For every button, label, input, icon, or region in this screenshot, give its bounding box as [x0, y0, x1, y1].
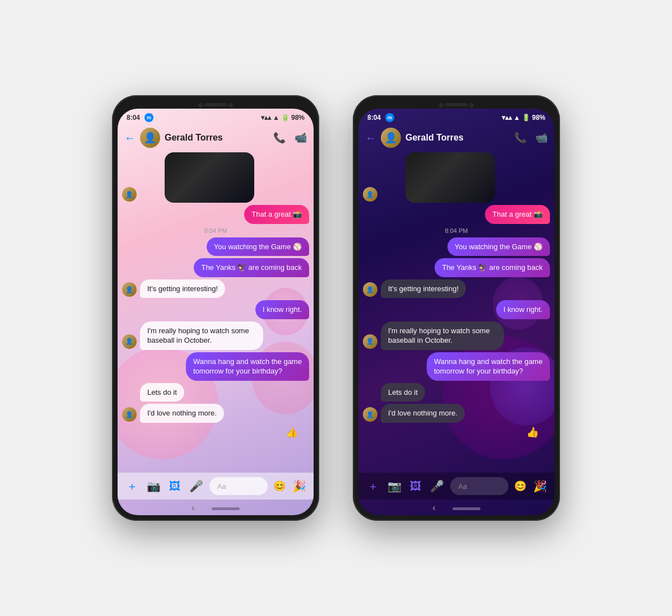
status-bar-dark: 8:04 m ▾▴▴ ▲ 🔋 98%: [358, 109, 554, 124]
contact-avatar-dark: 👤: [381, 128, 401, 148]
nav-back-dark[interactable]: ‹: [432, 503, 435, 513]
status-right: ▾▴▴ ▲ 🔋 98%: [261, 114, 305, 122]
timestamp-dark: 8:04 PM: [363, 226, 550, 235]
bubble-row-4: 👤 It's getting interesting!: [122, 279, 309, 298]
image-content-dark: [405, 152, 495, 203]
bubble-yanks-dark: The Yanks 🦅 are coming back: [435, 258, 550, 277]
reaction: 👍: [122, 425, 309, 440]
sender-avatar-dark-2: 👤: [363, 282, 377, 297]
signal-icon-dark: ▾▴▴: [502, 114, 512, 122]
camera-dot-2: [228, 103, 233, 108]
nav-back[interactable]: ‹: [192, 503, 194, 513]
bubble-row-dark-5: I know right.: [363, 300, 550, 319]
party-icon-dark[interactable]: 🎉: [532, 479, 548, 493]
nav-bar-light: ‹: [118, 500, 314, 515]
mic-icon-dark[interactable]: 🎤: [429, 479, 445, 493]
sender-avatar: 👤: [122, 187, 137, 202]
bubble-lets-do-it: Lets do it: [140, 383, 184, 402]
time-display: 8:04: [127, 114, 140, 122]
back-button-dark[interactable]: ←: [365, 132, 376, 144]
bubble-lets-do-it-dark: Lets do it: [381, 383, 425, 402]
add-icon-dark[interactable]: ＋: [365, 479, 381, 494]
phone-call-icon[interactable]: 📞: [273, 132, 286, 144]
wifi-icon: ▲: [273, 114, 279, 122]
mic-icon[interactable]: 🎤: [188, 479, 204, 493]
battery-percent-dark: 98%: [532, 114, 545, 122]
bubble-i-know-dark: I know right.: [496, 300, 550, 319]
header-actions-dark: 📞 📹: [514, 132, 548, 144]
bubble-wanna-hang-dark: Wanna hang and watch the game tomorrow f…: [427, 352, 550, 381]
screen-dark: 8:04 m ▾▴▴ ▲ 🔋 98% ← 👤 Gerald Torres 📞 📹: [358, 109, 554, 515]
contact-name-dark: Gerald Torres: [405, 133, 514, 143]
bubble-wanna-hang: Wanna hang and watch the game tomorrow f…: [186, 352, 309, 381]
status-left-dark: 8:04 m: [367, 113, 394, 122]
bubble-row-dark-2: You watching the Game ⚾: [363, 237, 550, 256]
bubble-that-great-dark: That a great 📸: [485, 205, 550, 224]
phone-light: 8:04 m ▾▴▴ ▲ 🔋 98% ← 👤 Gerald Torres 📞 📹: [112, 95, 319, 521]
gallery-icon-dark[interactable]: 🖼: [408, 480, 423, 493]
bubble-row-dark-3: The Yanks 🦅 are coming back: [363, 258, 550, 277]
sender-avatar-dark-4: 👤: [363, 407, 377, 422]
nav-bar-dark: ‹: [358, 500, 554, 515]
bubble-watching-game-dark: You watching the Game ⚾: [447, 237, 550, 256]
battery-icon-dark: 🔋: [522, 114, 530, 122]
screen-light: 8:04 m ▾▴▴ ▲ 🔋 98% ← 👤 Gerald Torres 📞 📹: [118, 109, 314, 515]
bubble-watching-game: You watching the Game ⚾: [207, 237, 309, 256]
image-message: [165, 152, 254, 203]
phone-notch: [118, 101, 314, 109]
home-indicator: [212, 507, 240, 510]
camera-dot-dark: [439, 103, 444, 108]
bubble-row-6: 👤 I'm really hoping to watch some baseba…: [122, 321, 309, 350]
add-icon[interactable]: ＋: [124, 479, 140, 494]
chat-header-light: ← 👤 Gerald Torres 📞 📹: [118, 124, 314, 152]
bubble-row-2: You watching the Game ⚾: [122, 237, 309, 256]
video-call-icon-dark[interactable]: 📹: [535, 132, 548, 144]
contact-name: Gerald Torres: [165, 133, 273, 143]
battery-icon: 🔋: [281, 114, 290, 122]
bubble-row-dark-1: That a great 📸: [363, 205, 550, 224]
messenger-icon-dark: m: [385, 113, 394, 122]
camera-icon-dark[interactable]: 📷: [386, 479, 402, 493]
bubble-hoping-dark: I'm really hoping to watch some baseball…: [381, 321, 504, 350]
status-right-dark: ▾▴▴ ▲ 🔋 98%: [502, 114, 545, 122]
bubble-row-dark-7: Wanna hang and watch the game tomorrow f…: [363, 352, 550, 381]
phone-call-icon-dark[interactable]: 📞: [514, 132, 526, 144]
message-input[interactable]: Aa: [209, 477, 268, 495]
home-indicator-dark: [452, 507, 480, 510]
reaction-dark: 👍: [363, 425, 550, 440]
chat-header-dark: ← 👤 Gerald Torres 📞 📹: [358, 124, 554, 152]
bubble-row-dark-6: 👤 I'm really hoping to watch some baseba…: [363, 321, 550, 350]
camera-icon[interactable]: 📷: [146, 479, 161, 493]
party-icon[interactable]: 🎉: [291, 479, 307, 493]
toolbar-dark: ＋ 📷 🖼 🎤 Aa 😊 🎉: [358, 473, 554, 500]
bubble-hoping: I'm really hoping to watch some baseball…: [140, 321, 263, 350]
image-content: [165, 152, 254, 203]
bubble-yanks: The Yanks 🦅 are coming back: [194, 258, 309, 277]
sender-avatar-2: 👤: [122, 282, 137, 297]
bubble-row-dark-4: 👤 It's getting interesting!: [363, 279, 550, 298]
messages-area-light: 👤 That a great 📸 8:04 PM You watching th…: [118, 152, 314, 473]
emoji-icon[interactable]: 😊: [273, 480, 286, 492]
bubble-i-know: I know right.: [255, 300, 309, 319]
image-message-row-dark: 👤: [363, 152, 550, 203]
emoji-icon-dark[interactable]: 😊: [514, 480, 526, 492]
sender-avatar-4: 👤: [122, 407, 137, 422]
bubble-row-7: Wanna hang and watch the game tomorrow f…: [122, 352, 309, 381]
image-message-row: 👤: [122, 152, 309, 203]
speaker-dark: [445, 103, 468, 106]
gallery-icon[interactable]: 🖼: [167, 480, 183, 493]
bubble-row-8: Lets do it: [122, 383, 309, 402]
bubble-row-1: That a great 📸: [122, 205, 309, 224]
message-input-dark[interactable]: Aa: [450, 477, 508, 495]
header-actions: 📞 📹: [273, 132, 307, 144]
bubble-row-5: I know right.: [122, 300, 309, 319]
signal-icon: ▾▴▴: [261, 114, 271, 122]
sender-avatar-dark-3: 👤: [363, 334, 377, 349]
bubble-row-dark-8: Lets do it: [363, 383, 550, 402]
back-button[interactable]: ←: [124, 132, 136, 144]
camera-dot-dark-2: [469, 103, 474, 108]
contact-avatar: 👤: [140, 128, 160, 148]
video-call-icon[interactable]: 📹: [295, 132, 307, 144]
status-left: 8:04 m: [127, 113, 153, 122]
time-display-dark: 8:04: [367, 114, 381, 122]
